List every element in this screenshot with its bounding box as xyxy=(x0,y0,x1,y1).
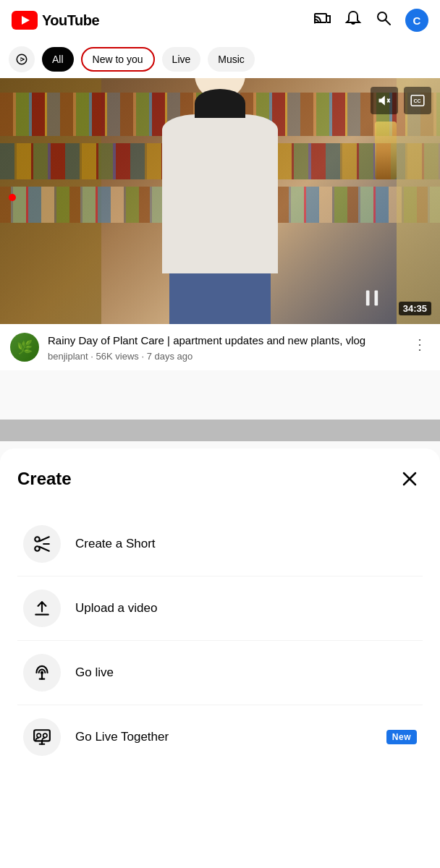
pause-button[interactable] xyxy=(362,288,382,312)
progress-indicator xyxy=(9,194,16,201)
header-actions: C xyxy=(314,9,428,32)
svg-point-30 xyxy=(43,733,47,737)
video-duration: 34:35 xyxy=(399,302,431,315)
upload-video-icon xyxy=(23,590,61,627)
new-badge: New xyxy=(386,730,417,744)
chip-music[interactable]: Music xyxy=(208,47,255,72)
svg-rect-15 xyxy=(375,291,378,306)
go-live-together-item[interactable]: Go Live Together New xyxy=(17,705,423,769)
video-info: 🌿 Rainy Day of Plant Care | apartment up… xyxy=(0,324,440,370)
video-title[interactable]: Rainy Day of Plant Care | apartment upda… xyxy=(48,333,401,348)
svg-point-4 xyxy=(378,12,386,21)
create-short-icon xyxy=(23,525,61,563)
svg-line-21 xyxy=(39,547,49,551)
header: YouTube xyxy=(0,0,440,41)
sheet-header: Create xyxy=(17,466,423,492)
upload-video-item[interactable]: Upload a video xyxy=(17,576,423,641)
chip-new-to-you[interactable]: New to you xyxy=(81,47,155,72)
sheet-title: Create xyxy=(17,469,72,489)
svg-marker-9 xyxy=(379,95,385,105)
video-thumbnail[interactable]: CC 34:35 xyxy=(0,78,440,324)
channel-avatar[interactable]: 🌿 xyxy=(10,333,39,362)
cast-icon[interactable] xyxy=(314,9,331,31)
filter-bar: All New to you Live Music xyxy=(0,41,440,78)
upload-video-label: Upload a video xyxy=(75,601,417,616)
svg-point-3 xyxy=(314,22,316,24)
search-icon[interactable] xyxy=(375,9,392,31)
captions-button[interactable]: CC xyxy=(404,87,431,114)
person-silhouette xyxy=(162,78,278,324)
explore-chip[interactable] xyxy=(9,46,35,72)
page-container: YouTube xyxy=(0,0,440,868)
svg-point-8 xyxy=(21,59,22,60)
create-sheet: Create Create a Short xyxy=(0,448,440,868)
bookshelf-right xyxy=(397,78,440,324)
svg-rect-14 xyxy=(366,291,370,306)
video-more-button[interactable]: ⋮ xyxy=(410,333,430,356)
svg-line-5 xyxy=(386,20,390,25)
youtube-logo-text: YouTube xyxy=(42,12,99,29)
svg-text:CC: CC xyxy=(413,98,420,104)
main-content: YouTube xyxy=(0,0,440,370)
go-live-item[interactable]: Go live xyxy=(17,641,423,705)
go-live-label: Go live xyxy=(75,665,417,680)
notifications-icon[interactable] xyxy=(344,9,362,31)
go-live-together-label: Go Live Together xyxy=(75,730,372,744)
create-short-label: Create a Short xyxy=(75,537,417,551)
user-avatar[interactable]: C xyxy=(405,9,428,32)
create-short-item[interactable]: Create a Short xyxy=(17,512,423,576)
go-live-icon xyxy=(23,654,61,692)
overlay-dim xyxy=(0,420,440,441)
youtube-logo-icon xyxy=(12,11,38,30)
video-controls: CC xyxy=(371,87,431,114)
chip-live[interactable]: Live xyxy=(162,47,201,72)
logo[interactable]: YouTube xyxy=(12,11,99,30)
video-subtitle: benjiplant · 56K views · 7 days ago xyxy=(48,351,401,362)
thumbnail-image xyxy=(0,78,440,324)
chip-all[interactable]: All xyxy=(42,47,74,72)
video-meta: Rainy Day of Plant Care | apartment upda… xyxy=(48,333,401,362)
close-button[interactable] xyxy=(397,466,423,492)
mute-button[interactable] xyxy=(371,87,398,114)
svg-point-29 xyxy=(37,733,41,737)
go-live-together-icon xyxy=(23,718,61,756)
svg-line-20 xyxy=(39,537,49,541)
